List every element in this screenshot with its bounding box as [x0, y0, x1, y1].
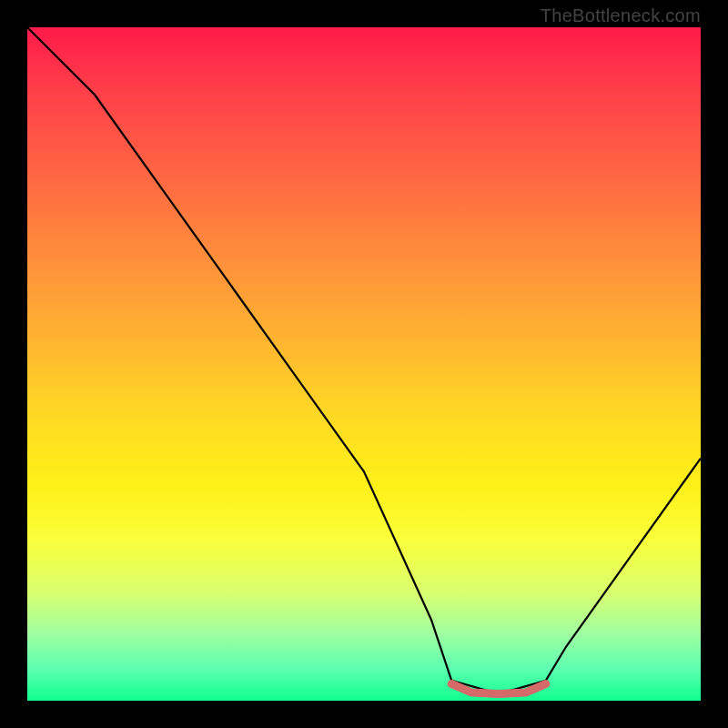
curve-layer [27, 27, 701, 701]
bottleneck-curve [27, 27, 701, 694]
chart-container: TheBottleneck.com [0, 0, 728, 728]
plot-area [27, 27, 701, 701]
watermark-text: TheBottleneck.com [541, 5, 701, 26]
